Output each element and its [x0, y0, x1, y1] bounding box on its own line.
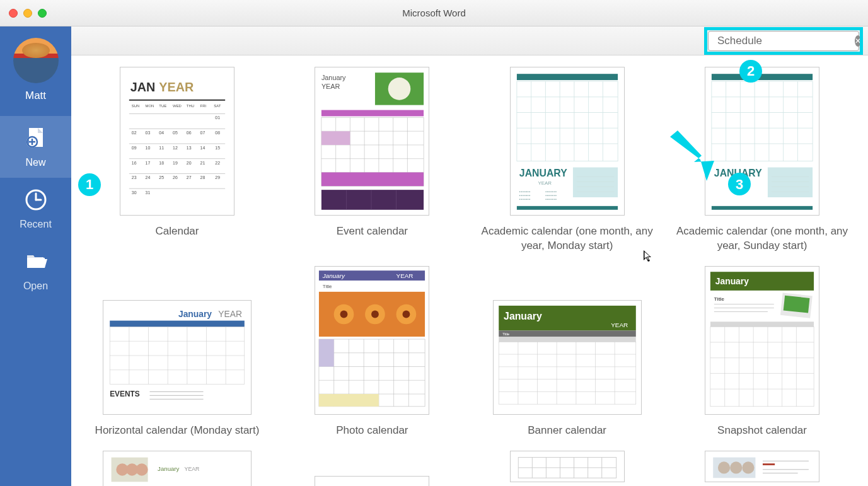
- template-label: Calendar: [89, 224, 265, 239]
- template-photo[interactable]: January YEAR Title: [284, 266, 460, 438]
- svg-text:20: 20: [187, 161, 192, 165]
- svg-rect-219: [512, 451, 622, 482]
- template-horizontal[interactable]: January YEAR EVENTS Horizon: [89, 266, 265, 438]
- template-label: Event calendar: [284, 224, 460, 239]
- svg-rect-110: [712, 74, 813, 80]
- svg-rect-129: [712, 206, 813, 210]
- svg-text:YEAR: YEAR: [185, 466, 200, 472]
- svg-text:January: January: [504, 311, 542, 321]
- mouse-cursor: [644, 250, 654, 266]
- svg-text:Title: Title: [323, 284, 332, 289]
- svg-rect-83: [517, 74, 618, 80]
- svg-text:■ ■ ■ ■ ■ ■ ■: ■ ■ ■ ■ ■ ■ ■: [519, 190, 531, 193]
- svg-text:02: 02: [132, 130, 137, 135]
- nav-new[interactable]: New: [0, 116, 71, 178]
- svg-rect-179: [499, 337, 636, 342]
- template-calendar[interactable]: JAN YEAR SUNMONTUEWEDTHUFRISAT 01: [89, 67, 265, 253]
- template-snapshot[interactable]: January Title: [674, 266, 850, 438]
- svg-text:MON: MON: [146, 104, 154, 108]
- svg-text:■ ■ ■ ■ ■ ■ ■: ■ ■ ■ ■ ■ ■ ■: [545, 198, 557, 200]
- svg-text:24: 24: [146, 175, 151, 180]
- template-partial-1[interactable]: JanuaryYEAR: [89, 451, 265, 486]
- template-label: Academic calendar (one month, any year, …: [674, 224, 850, 253]
- svg-text:Title: Title: [502, 332, 510, 336]
- folder-open-icon: [23, 249, 49, 274]
- svg-rect-76: [321, 172, 424, 186]
- callout-highlight-2: [704, 27, 863, 55]
- titlebar: Microsoft Word: [0, 0, 868, 26]
- svg-rect-77: [321, 131, 350, 145]
- svg-text:09: 09: [132, 146, 137, 150]
- user-avatar[interactable]: [13, 38, 59, 83]
- svg-marker-237: [670, 130, 714, 181]
- nav-open[interactable]: Open: [0, 240, 71, 301]
- svg-point-230: [718, 461, 730, 473]
- svg-text:01: 01: [215, 115, 220, 120]
- zoom-window-button[interactable]: [38, 9, 47, 18]
- svg-text:YEAR: YEAR: [218, 309, 242, 319]
- svg-text:■ ■ ■ ■ ■ ■ ■: ■ ■ ■ ■ ■ ■ ■: [519, 194, 531, 197]
- svg-point-216: [136, 463, 148, 475]
- template-partial-3[interactable]: [479, 451, 656, 486]
- svg-text:January: January: [321, 74, 346, 81]
- template-thumb: JanuaryYEAR: [103, 451, 252, 486]
- svg-text:04: 04: [159, 130, 164, 135]
- svg-text:10: 10: [146, 146, 151, 150]
- nav-recent[interactable]: Recent: [0, 178, 71, 240]
- svg-rect-97: [573, 168, 618, 197]
- callout-arrow-3: 3: [664, 130, 758, 206]
- main-area: ✕ JAN YEAR SUNMONTUEWEDTHUFRISAT: [71, 26, 868, 486]
- svg-text:January: January: [322, 272, 345, 279]
- svg-text:■ ■ ■ ■ ■ ■ ■: ■ ■ ■ ■ ■ ■ ■: [519, 198, 531, 200]
- svg-text:FRI: FRI: [200, 104, 207, 108]
- template-thumb: January YEAR Title: [315, 266, 429, 415]
- template-thumb: January Title: [705, 266, 819, 415]
- template-label: Academic calendar (one month, any year, …: [479, 224, 656, 253]
- nav-new-label: New: [25, 157, 45, 168]
- svg-text:08: 08: [215, 130, 220, 135]
- svg-text:SAT: SAT: [214, 104, 221, 108]
- template-academic-mon[interactable]: JANUARY YEAR ■ ■ ■ ■ ■ ■ ■■ ■ ■ ■ ■ ■ ■■…: [479, 67, 656, 253]
- svg-text:YEAR: YEAR: [538, 180, 552, 186]
- svg-text:25: 25: [159, 175, 164, 180]
- svg-rect-124: [768, 168, 813, 197]
- svg-text:JAN: JAN: [130, 80, 156, 94]
- user-name: Matt: [25, 90, 46, 102]
- svg-text:EVENTS: EVENTS: [110, 390, 140, 398]
- svg-point-232: [742, 461, 754, 473]
- svg-text:YEAR: YEAR: [321, 83, 340, 90]
- template-thumb: [315, 476, 429, 486]
- callout-1: 1: [78, 173, 101, 196]
- template-banner[interactable]: January YEAR Title Banner c: [479, 266, 656, 438]
- svg-text:23: 23: [132, 175, 137, 180]
- template-event-calendar[interactable]: January YEAR: [284, 67, 460, 253]
- close-window-button[interactable]: [9, 9, 18, 18]
- template-partial-2[interactable]: [284, 451, 460, 486]
- svg-text:18: 18: [159, 161, 164, 165]
- svg-text:16: 16: [132, 161, 137, 165]
- svg-point-63: [388, 78, 411, 100]
- template-label: Banner calendar: [479, 424, 656, 438]
- svg-rect-78: [321, 190, 424, 210]
- app-title: Microsoft Word: [402, 8, 466, 18]
- svg-text:03: 03: [146, 130, 151, 135]
- svg-text:TUE: TUE: [159, 104, 166, 108]
- svg-text:THU: THU: [187, 104, 194, 108]
- svg-rect-172: [319, 394, 379, 407]
- template-thumb: [510, 451, 625, 482]
- template-partial-4[interactable]: [674, 451, 850, 486]
- svg-text:31: 31: [146, 190, 151, 195]
- svg-rect-234: [763, 463, 775, 465]
- svg-text:WED: WED: [173, 104, 182, 108]
- svg-text:11: 11: [159, 146, 164, 150]
- svg-text:SUN: SUN: [132, 104, 140, 108]
- svg-rect-171: [319, 339, 334, 367]
- toolbar: ✕: [71, 26, 868, 55]
- template-thumb: JAN YEAR SUNMONTUEWEDTHUFRISAT 01: [120, 67, 234, 216]
- svg-rect-200: [710, 321, 814, 327]
- minimize-window-button[interactable]: [23, 9, 32, 18]
- svg-text:Title: Title: [714, 296, 725, 302]
- svg-text:15: 15: [215, 146, 220, 150]
- nav-recent-label: Recent: [20, 219, 52, 230]
- svg-text:06: 06: [187, 130, 192, 135]
